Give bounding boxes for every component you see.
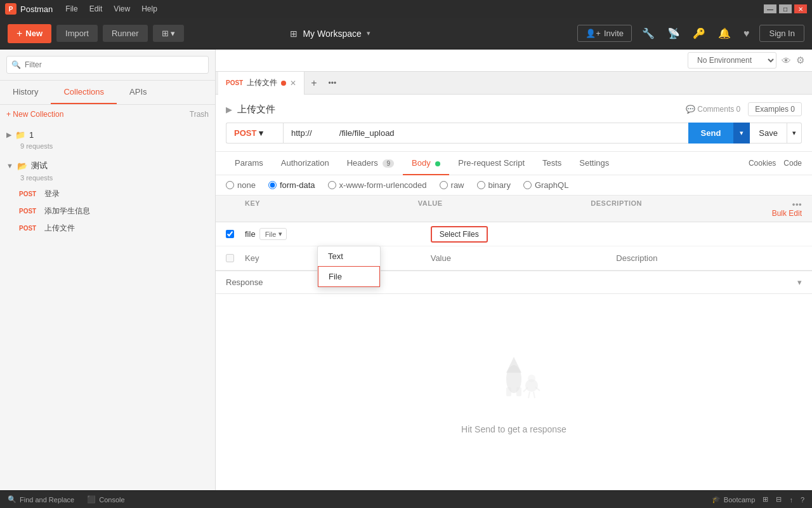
request-item-upload[interactable]: POST 上传文件 (0, 220, 215, 237)
tab-settings[interactable]: Settings (570, 152, 618, 175)
close-button[interactable]: ✕ (794, 4, 807, 13)
menu-edit[interactable]: Edit (84, 3, 108, 15)
heart-icon[interactable]: ♥ (741, 25, 752, 42)
eye-icon[interactable]: 👁 (782, 55, 791, 66)
menu-view[interactable]: View (108, 3, 135, 15)
console-item[interactable]: ⬛ Console (87, 495, 124, 504)
header-key: KEY (245, 199, 418, 218)
save-button[interactable]: Save (750, 123, 787, 144)
row-checkbox[interactable] (226, 230, 234, 238)
minimize-button[interactable]: — (764, 4, 776, 13)
request-title: 上传文件 (237, 104, 275, 116)
sidebar-tabs: History Collections APIs (0, 81, 215, 105)
option-urlencoded[interactable]: x-www-form-urlencoded (328, 180, 427, 190)
tab-body[interactable]: Body (403, 152, 449, 175)
option-form-data[interactable]: form-data (268, 180, 315, 190)
row-key-text: file (245, 229, 256, 239)
bulk-edit-button[interactable]: Bulk Edit (772, 209, 802, 218)
collection-item[interactable]: ▶ 📁 1 9 requests (0, 124, 215, 154)
menu-file[interactable]: File (60, 3, 82, 15)
tab-params[interactable]: Params (226, 152, 272, 175)
code-link[interactable]: Code (783, 159, 802, 168)
search-bottom-icon: 🔍 (8, 495, 16, 504)
form-table: KEY VALUE DESCRIPTION ••• Bulk Edit file… (216, 196, 812, 271)
find-replace-item[interactable]: 🔍 Find and Replace (8, 495, 74, 504)
expand-arrow-icon[interactable]: ▶ (226, 105, 232, 114)
tab-close-icon[interactable]: ✕ (290, 79, 296, 88)
comments-link[interactable]: 💬 Comments 0 (686, 105, 740, 114)
layout-icon[interactable]: ⊞ (763, 495, 768, 504)
graduation-icon: 🎓 (712, 495, 721, 504)
method-select[interactable]: POST ▾ (226, 123, 283, 144)
new-button[interactable]: + New (8, 24, 51, 43)
empty-checkbox (226, 254, 234, 262)
signin-button[interactable]: Sign In (759, 25, 804, 42)
chevron-down-icon: ▾ (367, 29, 370, 37)
environment-select[interactable]: No Environment (688, 52, 776, 69)
key-icon[interactable]: 🔑 (690, 25, 708, 42)
satellite-icon[interactable]: 📡 (665, 25, 683, 42)
tab-prerequest[interactable]: Pre-request Script (449, 152, 534, 175)
cookies-link[interactable]: Cookies (749, 159, 776, 168)
maximize-button[interactable]: □ (779, 4, 792, 13)
url-input[interactable] (283, 123, 688, 144)
dropdown-item-file[interactable]: File (318, 266, 380, 287)
save-dropdown-button[interactable]: ▾ (787, 123, 802, 144)
table-icon[interactable]: ⊟ (776, 495, 782, 504)
select-files-button[interactable]: Select Files (431, 226, 488, 243)
rocket-illustration (476, 351, 552, 414)
option-graphql[interactable]: GraphQL (523, 180, 568, 190)
share-icon[interactable]: ↑ (789, 496, 793, 504)
tab-tests[interactable]: Tests (534, 152, 570, 175)
new-collection-button[interactable]: + New Collection (6, 110, 63, 119)
row-key-cell: file File ▾ (245, 228, 431, 240)
send-button[interactable]: Send (688, 123, 734, 144)
send-dropdown-button[interactable]: ▾ (733, 123, 750, 144)
layout-button[interactable]: ⊞ ▾ (153, 25, 185, 42)
collection-count: 9 requests (6, 142, 209, 150)
request-item-login[interactable]: POST 登录 (0, 185, 215, 203)
folder-open-icon: 📂 (17, 161, 27, 171)
window-controls: — □ ✕ (764, 4, 807, 13)
trash-button[interactable]: Trash (190, 110, 209, 119)
titlebar-menus: File Edit View Help (60, 3, 162, 15)
tab-collections[interactable]: Collections (51, 81, 117, 104)
empty-check-cell (226, 254, 245, 262)
request-area: ▶ 上传文件 💬 Comments 0 Examples 0 POST ▾ Se… (216, 95, 812, 152)
runner-button[interactable]: Runner (103, 25, 148, 42)
request-item-add-student[interactable]: POST 添加学生信息 (0, 203, 215, 220)
tab-authorization[interactable]: Authorization (272, 152, 338, 175)
option-binary[interactable]: binary (477, 180, 511, 190)
tab-headers[interactable]: Headers 9 (338, 152, 403, 175)
response-chevron-icon[interactable]: ▾ (797, 277, 802, 287)
main-layout: 🔍 History Collections APIs + New Collect… (0, 50, 812, 490)
option-raw[interactable]: raw (440, 180, 464, 190)
tab-apis[interactable]: APIs (117, 81, 159, 104)
dropdown-item-text[interactable]: Text (318, 246, 380, 266)
type-dropdown[interactable]: File ▾ (259, 228, 287, 240)
more-tabs-button[interactable]: ••• (324, 79, 342, 88)
bottom-bar: 🔍 Find and Replace ⬛ Console 🎓 Bootcamp … (0, 490, 812, 508)
help-icon[interactable]: ? (801, 496, 804, 504)
wrench-icon[interactable]: 🔧 (639, 25, 657, 42)
collection-item-expanded[interactable]: ▼ 📂 测试 3 requests (0, 154, 215, 185)
workspace-selector[interactable]: ⊞ My Workspace ▾ (290, 29, 370, 39)
collection-name-2: 测试 (31, 160, 48, 171)
empty-desc-input[interactable] (616, 253, 802, 263)
settings-icon[interactable]: ⚙ (796, 55, 804, 66)
option-none[interactable]: none (226, 180, 256, 190)
empty-value-input[interactable] (431, 253, 617, 263)
bell-icon[interactable]: 🔔 (716, 25, 733, 42)
examples-button[interactable]: Examples 0 (748, 102, 802, 116)
import-button[interactable]: Import (56, 25, 98, 42)
bootcamp-item[interactable]: 🎓 Bootcamp (712, 495, 756, 504)
caret-down-icon: ▼ (6, 162, 13, 170)
tab-history[interactable]: History (0, 81, 51, 104)
sidebar: 🔍 History Collections APIs + New Collect… (0, 50, 216, 490)
tab-unsaved-dot (281, 81, 286, 86)
menu-help[interactable]: Help (136, 3, 162, 15)
invite-button[interactable]: 👤+ Invite (577, 25, 632, 42)
filter-input[interactable] (6, 56, 209, 74)
add-tab-button[interactable]: + (304, 77, 323, 89)
request-tab-active[interactable]: POST 上传文件 ✕ (218, 72, 304, 95)
